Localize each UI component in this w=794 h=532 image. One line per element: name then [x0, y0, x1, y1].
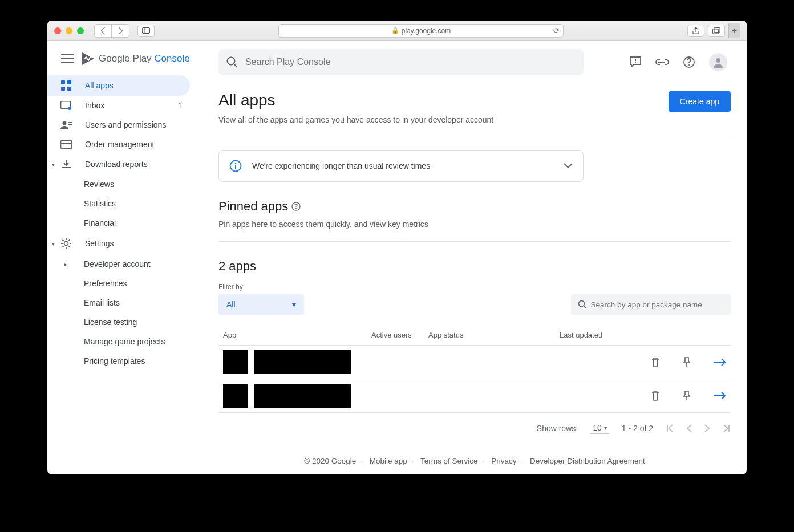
last-page-icon[interactable]: [723, 424, 731, 432]
arrow-right-icon[interactable]: [714, 392, 726, 400]
page-head: All apps View all of the apps and games …: [218, 91, 731, 124]
users-icon: [60, 120, 72, 129]
svg-line-33: [584, 306, 586, 309]
sidebar-item-preferences[interactable]: Preferences: [47, 274, 190, 293]
collapse-icon: ▾: [52, 241, 55, 247]
filter-select[interactable]: All ▾: [218, 294, 304, 315]
sidebar-item-inbox[interactable]: Inbox 1: [47, 96, 190, 115]
footer-link-privacy[interactable]: Privacy: [491, 457, 516, 465]
sidebar-header: Google Play Console: [47, 47, 218, 75]
svg-point-19: [64, 242, 68, 246]
avatar[interactable]: [709, 53, 727, 71]
sidebar-item-label: Pricing templates: [84, 356, 145, 366]
pin-icon[interactable]: [683, 357, 691, 367]
svg-point-32: [579, 301, 585, 307]
sidebar-item-users-permissions[interactable]: Users and permissions: [47, 115, 190, 135]
sidebar-item-label: Manage game projects: [84, 337, 165, 346]
top-row: [218, 41, 731, 83]
app-search-input[interactable]: [591, 300, 724, 309]
search-icon: [578, 300, 586, 309]
close-window-button[interactable]: [54, 27, 61, 34]
traffic-lights: [54, 27, 84, 34]
sidebar-item-license-testing[interactable]: License testing: [47, 312, 190, 332]
sidebar-item-email-lists[interactable]: Email lists: [47, 293, 190, 312]
sidebar-item-manage-game-projects[interactable]: Manage game projects: [47, 332, 190, 351]
sidebar-item-download-reports[interactable]: ▾ Download reports: [47, 154, 190, 174]
feedback-icon[interactable]: [629, 56, 642, 68]
svg-point-26: [716, 58, 720, 63]
sidebar-item-reviews[interactable]: Reviews: [47, 174, 190, 194]
svg-point-20: [228, 58, 235, 65]
svg-rect-2: [713, 29, 719, 34]
top-icons: [629, 53, 731, 71]
notice-text: We're experiencing longer than usual rev…: [252, 161, 553, 170]
sidebar-item-label: All apps: [85, 81, 114, 90]
svg-rect-8: [61, 80, 65, 84]
pin-icon[interactable]: [683, 391, 691, 401]
col-app-status: App status: [424, 325, 555, 346]
info-icon: [229, 160, 242, 172]
sidebar-toggle-button[interactable]: [137, 25, 155, 37]
search-icon: [226, 56, 237, 68]
arrow-right-icon[interactable]: [714, 358, 726, 366]
logo[interactable]: Google Play Console: [80, 51, 190, 66]
search-input[interactable]: [245, 57, 576, 67]
sidebar-item-developer-account[interactable]: Developer account: [47, 254, 190, 274]
refresh-icon[interactable]: ⟳: [553, 26, 560, 35]
svg-rect-10: [61, 87, 65, 91]
footer-link-tos[interactable]: Terms of Service: [420, 457, 478, 465]
logo-text: Google Play Console: [99, 53, 190, 64]
browser-nav-group: [94, 24, 129, 38]
footer-link-dda[interactable]: Developer Distribution Agreement: [530, 457, 645, 465]
link-icon[interactable]: [655, 58, 669, 66]
gear-icon: [60, 238, 72, 249]
search-bar[interactable]: [218, 49, 584, 75]
lock-icon: 🔒: [391, 27, 399, 34]
delete-icon[interactable]: [651, 357, 660, 367]
delete-icon[interactable]: [651, 391, 660, 401]
chevron-down-icon: [564, 163, 573, 169]
url-text: play.google.com: [402, 27, 451, 35]
help-icon[interactable]: [683, 56, 695, 68]
sidebar-item-label: Order management: [85, 140, 154, 149]
first-page-icon[interactable]: [666, 424, 674, 432]
forward-button[interactable]: [112, 25, 129, 37]
prev-page-icon[interactable]: [686, 424, 692, 432]
col-active-users: Active users: [367, 325, 424, 346]
app-search-bar[interactable]: [571, 294, 731, 315]
sidebar-item-label: Users and permissions: [85, 120, 166, 129]
share-button[interactable]: [687, 25, 704, 37]
notice-banner[interactable]: We're experiencing longer than usual rev…: [218, 150, 584, 182]
new-tab-button[interactable]: +: [728, 23, 740, 38]
sidebar-item-statistics[interactable]: Statistics: [47, 194, 190, 213]
sidebar-item-label: Email lists: [84, 298, 120, 307]
rows-select[interactable]: 10▾: [590, 422, 609, 434]
hamburger-icon[interactable]: [61, 54, 74, 63]
url-bar[interactable]: 🔒 play.google.com ⟳: [278, 24, 564, 38]
back-button[interactable]: [95, 25, 112, 37]
apps-count-heading: 2 apps: [218, 259, 731, 274]
sidebar-item-pricing-templates[interactable]: Pricing templates: [47, 351, 190, 371]
next-page-icon[interactable]: [704, 424, 710, 432]
sidebar-item-settings[interactable]: ▾ Settings: [47, 233, 190, 254]
table-row[interactable]: [218, 379, 731, 413]
titlebar-right: +: [687, 23, 740, 38]
mac-titlebar: 🔒 play.google.com ⟳ +: [47, 21, 747, 41]
sidebar-item-label: Statistics: [84, 199, 116, 208]
table-row[interactable]: [218, 346, 731, 379]
app-icon-redacted: [223, 350, 248, 374]
footer-link-mobile-app[interactable]: Mobile app: [370, 457, 407, 465]
help-circle-icon[interactable]: [291, 202, 301, 211]
app-cell: [223, 384, 362, 408]
sidebar-item-financial[interactable]: Financial: [47, 213, 190, 233]
sidebar-item-label: Settings: [85, 239, 114, 248]
apps-grid-icon: [60, 80, 72, 91]
tabs-button[interactable]: [708, 25, 725, 37]
minimize-window-button[interactable]: [66, 27, 72, 34]
sidebar-item-order-management[interactable]: Order management: [47, 135, 190, 154]
create-app-button[interactable]: Create app: [669, 91, 731, 112]
collapse-icon: ▾: [52, 161, 55, 168]
svg-point-14: [63, 121, 67, 125]
maximize-window-button[interactable]: [77, 27, 84, 34]
sidebar-item-all-apps[interactable]: All apps: [47, 75, 190, 96]
